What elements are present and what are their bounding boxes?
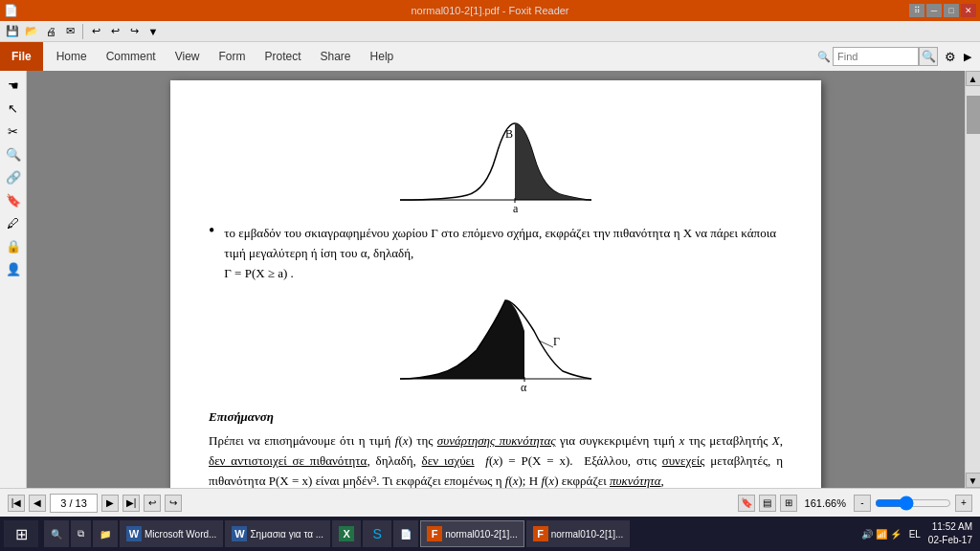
search-bar: 🔍 🔍 (817, 47, 938, 66)
blank-button[interactable]: 📄 (393, 520, 418, 547)
select-tool[interactable]: ↖ (3, 98, 24, 119)
prev-view-button[interactable]: ↩ (144, 495, 161, 512)
search-input[interactable] (833, 47, 919, 66)
scroll-thumb[interactable] (967, 96, 980, 134)
foxit-button2[interactable]: F normal010-2[1]... (526, 520, 631, 547)
date-display: 02-Feb-17 (928, 534, 972, 547)
taskbar: ⊞ 🔍 ⧉ 📁 W Microsoft Word... W Σημασια γι… (0, 517, 980, 551)
title-bar: 📄 normal010-2[1].pdf - Foxit Reader ⠿ ─ … (0, 0, 980, 21)
next-view-button[interactable]: ↪ (165, 495, 182, 512)
file-tab[interactable]: File (0, 42, 43, 71)
open-icon[interactable]: 📂 (23, 23, 40, 40)
grid-icon: ⠿ (909, 4, 924, 17)
episimasi-para: Πρέπει να επισημάνουμε ότι η τιμή f(x) τ… (209, 431, 783, 488)
scrollbar[interactable]: ▲ ▼ (965, 71, 980, 488)
minimize-button[interactable]: ─ (926, 4, 942, 17)
customize-icon[interactable]: ▼ (145, 23, 162, 40)
window-title: normal010-2[1].pdf - Foxit Reader (411, 5, 568, 16)
excel-icon: X (339, 526, 354, 541)
bullet-text: το εμβαδόν του σκιαγραφημένου χωρίου Γ σ… (224, 226, 776, 260)
bullet-item: • το εμβαδόν του σκιαγραφημένου χωρίου Γ… (209, 224, 783, 283)
scroll-track[interactable] (966, 86, 980, 473)
link-tool[interactable]: 🔗 (3, 166, 24, 187)
page-navigation: |◀ ◀ ▶ ▶| ↩ ↪ (8, 494, 182, 513)
first-page-button[interactable]: |◀ (8, 495, 25, 512)
undo-icon[interactable]: ↩ (87, 23, 104, 40)
redo-icon[interactable]: ↪ (125, 23, 143, 40)
tab-comment[interactable]: Comment (97, 42, 166, 71)
maximize-button[interactable]: □ (944, 4, 959, 17)
word-label2: Σημασια για τα ... (250, 529, 323, 540)
excel-button[interactable]: X (332, 520, 361, 547)
undo2-icon[interactable]: ↩ (106, 23, 123, 40)
system-tray: 🔊 📶 ⚡ EL 11:52 AM 02-Feb-17 (858, 520, 976, 547)
bookmark-status-icon[interactable]: 🔖 (738, 495, 755, 512)
system-clock: 11:52 AM 02-Feb-17 (928, 520, 972, 547)
tab-share[interactable]: Share (311, 42, 361, 71)
highlight-tool[interactable]: 🖊 (3, 212, 24, 233)
explorer-icon: 📁 (100, 529, 111, 540)
close-button[interactable]: ✕ (961, 4, 976, 17)
search-taskbar-button[interactable]: 🔍 (44, 520, 69, 547)
lang-indicator: EL (905, 529, 924, 540)
save-icon[interactable]: 💾 (4, 23, 21, 40)
hand-tool[interactable]: ☚ (3, 75, 24, 96)
curve1-svg: B a (390, 119, 601, 214)
foxit-button1[interactable]: F normal010-2[1]... (420, 520, 524, 547)
prev-page-button[interactable]: ◀ (29, 495, 46, 512)
last-page-button[interactable]: ▶| (122, 495, 140, 512)
zoom-slider[interactable] (875, 496, 951, 511)
settings-icon[interactable]: ⚙ (942, 48, 959, 65)
zoom-out-button[interactable]: - (854, 495, 871, 512)
word-icon2: W (232, 526, 247, 541)
explorer-button[interactable]: 📁 (93, 520, 118, 547)
svg-text:Γ: Γ (553, 335, 560, 348)
search-button[interactable]: 🔍 (919, 47, 938, 66)
search-icon: 🔍 (817, 51, 831, 63)
tab-view[interactable]: View (166, 42, 210, 71)
foxit-icon2: F (533, 526, 548, 541)
ribbon-tabs: Home Comment View Form Protect Share Hel… (43, 42, 980, 71)
word-button1[interactable]: W Microsoft Word... (120, 520, 223, 547)
scroll-up-button[interactable]: ▲ (966, 71, 981, 86)
email-icon[interactable]: ✉ (61, 23, 78, 40)
tab-protect[interactable]: Protect (256, 42, 311, 71)
print-icon[interactable]: 🖨 (42, 23, 59, 40)
expand-icon[interactable]: ▶ (959, 48, 976, 65)
quick-access-toolbar: 💾 📂 🖨 ✉ ↩ ↩ ↪ ▼ (0, 21, 980, 42)
tab-home[interactable]: Home (47, 42, 97, 71)
skype-button[interactable]: S (363, 520, 391, 547)
scroll-down-button[interactable]: ▼ (966, 473, 981, 488)
next-page-button[interactable]: ▶ (101, 495, 119, 512)
start-button[interactable]: ⊞ (4, 520, 38, 547)
main-layout: ☚ ↖ ✂ 🔍 🔗 🔖 🖊 🔒 👤 B (0, 71, 980, 488)
zoom-in-button[interactable]: + (955, 495, 972, 512)
time-display: 11:52 AM (928, 520, 972, 534)
user-tool[interactable]: 👤 (3, 258, 24, 279)
curve2-container: Γ α (209, 293, 783, 398)
skype-icon: S (369, 526, 385, 541)
zoom-tool[interactable]: 🔍 (3, 143, 24, 165)
split-status-icon[interactable]: ⊞ (780, 495, 797, 512)
pdf-viewer[interactable]: B a • το εμβαδόν του σκιαγραφημένου χωρί… (27, 71, 965, 488)
episimasi-section: Επισήμανση Πρέπει να επισημάνουμε ότι η … (209, 408, 783, 488)
word-label1: Microsoft Word... (145, 529, 216, 540)
formula1: Γ = P(X ≥ a) . (224, 266, 294, 280)
bookmark-tool[interactable]: 🔖 (3, 189, 24, 210)
tab-help[interactable]: Help (361, 42, 404, 71)
word-button2[interactable]: W Σημασια για τα ... (225, 520, 330, 547)
foxit-label1: normal010-2[1]... (445, 529, 518, 540)
tray-icons: 🔊 📶 ⚡ (861, 529, 902, 540)
layers-status-icon[interactable]: ▤ (759, 495, 776, 512)
left-toolbar: ☚ ↖ ✂ 🔍 🔗 🔖 🖊 🔒 👤 (0, 71, 27, 488)
taskview-button[interactable]: ⧉ (71, 520, 91, 547)
blank-icon: 📄 (400, 529, 412, 540)
snapshot-tool[interactable]: ✂ (3, 121, 24, 142)
bullet-content: το εμβαδόν του σκιαγραφημένου χωρίου Γ σ… (224, 224, 783, 283)
status-bar: |◀ ◀ ▶ ▶| ↩ ↪ 🔖 ▤ ⊞ 161.66% - + (0, 488, 980, 517)
zoom-level: 161.66% (805, 497, 846, 509)
tab-form[interactable]: Form (210, 42, 256, 71)
lock-tool[interactable]: 🔒 (3, 235, 24, 256)
page-number-input[interactable] (50, 494, 98, 513)
svg-text:a: a (513, 202, 519, 214)
